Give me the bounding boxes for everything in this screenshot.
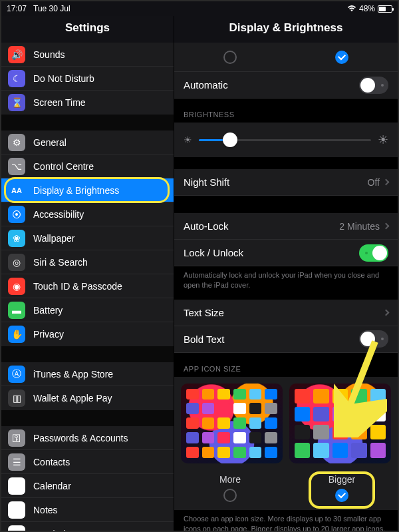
app-icon-size-previews	[174, 377, 398, 470]
sidebar-item-label: Privacy	[33, 329, 166, 340]
text-size-icon: AA	[8, 182, 25, 199]
key-icon: ⚿	[8, 429, 25, 447]
icon-size-preview-bigger[interactable]	[289, 384, 391, 463]
sidebar-item-label: Wallet & Apple Pay	[33, 393, 166, 403]
sidebar-item-sounds[interactable]: 🔊Sounds	[1, 43, 174, 67]
sidebar-item-wallet-apple-pay[interactable]: ▥Wallet & Apple Pay	[1, 386, 174, 410]
text-size-row[interactable]: Text Size	[174, 300, 398, 326]
icon-size-more-label: More	[219, 474, 241, 485]
appearance-selector	[174, 43, 398, 72]
sidebar-item-label: Sounds	[33, 49, 166, 60]
accessibility-icon: ⦿	[8, 206, 25, 223]
sidebar-item-label: Control Centre	[33, 161, 166, 172]
chevron-right-icon	[383, 179, 390, 186]
night-shift-value: Off	[368, 177, 380, 188]
brightness-low-icon: ☀︎	[184, 134, 192, 145]
battery-icon: ▬	[8, 302, 25, 319]
switches-icon: ⌥	[8, 158, 25, 175]
bold-text-toggle[interactable]	[359, 330, 388, 348]
icon-size-more-radio[interactable]	[223, 489, 237, 502]
night-shift-row[interactable]: Night Shift Off	[174, 169, 398, 196]
auto-lock-value: 2 Minutes	[339, 221, 380, 232]
sidebar-item-battery[interactable]: ▬Battery	[1, 298, 174, 322]
speaker-icon: 🔊	[8, 46, 25, 63]
sidebar-item-wallpaper[interactable]: ❀Wallpaper	[1, 226, 174, 250]
sidebar-item-passwords-accounts[interactable]: ⚿Passwords & Accounts	[1, 426, 174, 450]
sidebar-item-do-not-disturb[interactable]: ☾Do Not Disturb	[1, 67, 174, 91]
sidebar-item-screen-time[interactable]: ⌛Screen Time	[1, 91, 174, 115]
sidebar-item-notes[interactable]: ≣Notes	[1, 498, 174, 522]
lock-unlock-toggle[interactable]	[359, 244, 388, 262]
sidebar-item-touch-id-passcode[interactable]: ◉Touch ID & Passcode	[1, 274, 174, 298]
battery-icon	[378, 5, 392, 13]
chevron-right-icon	[383, 309, 390, 316]
reminders-icon: ☑	[8, 525, 25, 531]
sidebar-item-control-centre[interactable]: ⌥Control Centre	[1, 154, 174, 178]
bold-text-row[interactable]: Bold Text	[174, 326, 398, 353]
sidebar-item-display-brightness[interactable]: AADisplay & Brightness	[1, 178, 174, 202]
auto-lock-label: Auto-Lock	[184, 220, 339, 232]
chevron-right-icon	[383, 223, 390, 230]
icon-size-bigger-label: Bigger	[329, 474, 355, 485]
sidebar-item-label: Touch ID & Passcode	[33, 281, 166, 292]
appstore-icon: Ⓐ	[8, 366, 25, 383]
sidebar-item-accessibility[interactable]: ⦿Accessibility	[1, 202, 174, 226]
sidebar-item-label: General	[33, 137, 166, 148]
sidebar-item-label: Do Not Disturb	[33, 73, 166, 84]
automatic-row[interactable]: Automatic	[174, 72, 398, 99]
moon-icon: ☾	[8, 70, 25, 87]
brightness-slider[interactable]	[199, 132, 371, 148]
contacts-icon: ☰	[8, 453, 25, 471]
lock-unlock-label: Lock / Unlock	[184, 247, 359, 258]
auto-lock-row[interactable]: Auto-Lock 2 Minutes	[174, 213, 398, 240]
brightness-high-icon: ☀︎	[378, 133, 388, 147]
icon-size-bigger-radio[interactable]	[335, 489, 348, 502]
sidebar-item-label: Passwords & Accounts	[33, 433, 166, 443]
app-icon-size-footer: Choose an app icon size. More displays u…	[174, 510, 398, 531]
sidebar-item-label: Notes	[33, 505, 166, 515]
sidebar-item-reminders[interactable]: ☑Reminders	[1, 522, 174, 531]
bold-text-label: Bold Text	[184, 334, 359, 345]
wallpaper-icon: ❀	[8, 230, 25, 247]
wifi-icon	[347, 5, 356, 12]
app-icon-size-labels: More Bigger	[174, 470, 398, 510]
lock-unlock-row[interactable]: Lock / Unlock	[174, 240, 398, 266]
icon-size-more-option[interactable]: More	[174, 474, 286, 502]
brightness-header: BRIGHTNESS	[174, 99, 398, 123]
gear-icon: ⚙	[8, 134, 25, 151]
automatic-toggle[interactable]	[359, 77, 388, 94]
appearance-light-radio[interactable]	[223, 51, 237, 64]
sidebar-item-label: Calendar	[33, 481, 166, 491]
sidebar-item-label: Accessibility	[33, 209, 166, 220]
sidebar-item-privacy[interactable]: ✋Privacy	[1, 322, 174, 346]
icon-size-preview-more[interactable]	[181, 384, 283, 463]
text-size-label: Text Size	[184, 307, 384, 318]
sidebar-item-label: iTunes & App Store	[33, 369, 166, 380]
sidebar-item-label: Contacts	[33, 457, 166, 467]
settings-sidebar: Settings 🔊Sounds☾Do Not Disturb⌛Screen T…	[1, 16, 174, 531]
status-bar: 17:07 Tue 30 Jul 48%	[1, 1, 398, 16]
hand-icon: ✋	[8, 326, 25, 343]
fingerprint-icon: ◉	[8, 278, 25, 295]
sidebar-item-label: Wallpaper	[33, 233, 166, 244]
night-shift-label: Night Shift	[184, 176, 368, 188]
notes-icon: ≣	[8, 501, 25, 519]
sidebar-item-label: Screen Time	[33, 97, 166, 108]
hourglass-icon: ⌛	[8, 94, 25, 111]
battery-percent: 48%	[359, 4, 375, 13]
sidebar-item-label: Reminders	[33, 529, 166, 531]
sidebar-item-label: Siri & Search	[33, 257, 166, 268]
wallet-icon: ▥	[8, 390, 25, 407]
icon-size-bigger-option[interactable]: Bigger	[286, 474, 398, 502]
calendar-icon: ▦	[8, 477, 25, 495]
sidebar-item-itunes-app-store[interactable]: ⒶiTunes & App Store	[1, 362, 174, 386]
appearance-dark-radio[interactable]	[335, 51, 348, 64]
sidebar-item-general[interactable]: ⚙General	[1, 131, 174, 154]
sidebar-item-calendar[interactable]: ▦Calendar	[1, 474, 174, 498]
brightness-slider-row: ☀︎ ☀︎	[174, 123, 398, 157]
sidebar-item-contacts[interactable]: ☰Contacts	[1, 450, 174, 474]
sidebar-item-siri-search[interactable]: ◎Siri & Search	[1, 250, 174, 274]
siri-icon: ◎	[8, 254, 25, 271]
detail-title: Display & Brightness	[174, 16, 398, 43]
automatic-label: Automatic	[184, 79, 359, 91]
